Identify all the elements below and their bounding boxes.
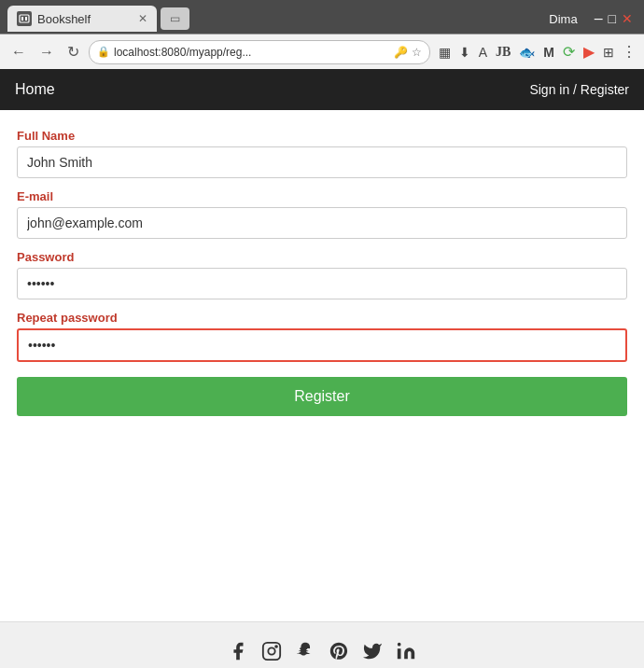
instagram-icon[interactable]: [261, 641, 282, 667]
footer: [0, 621, 644, 668]
svg-point-4: [268, 647, 274, 654]
app-wrapper: Home Sign in / Register Full Name E-mail…: [0, 69, 644, 621]
repeat-password-input[interactable]: [17, 328, 627, 362]
maximize-button[interactable]: □: [609, 11, 616, 26]
svg-point-6: [398, 643, 401, 647]
star-icon[interactable]: ☆: [412, 46, 422, 59]
toolbar-icon-7[interactable]: ⟳: [560, 41, 578, 63]
register-button[interactable]: Register: [17, 377, 627, 416]
new-tab-button[interactable]: ▭: [161, 7, 189, 30]
fullname-input[interactable]: [17, 146, 627, 178]
nav-bar: ← → ↻ 🔒 localhost:8080/myapp/reg... 🔑 ☆ …: [0, 34, 644, 69]
toolbar-icon-3[interactable]: A: [476, 43, 490, 62]
home-nav-link[interactable]: Home: [15, 81, 55, 98]
toolbar-icon-6[interactable]: M: [540, 43, 557, 62]
forward-button[interactable]: →: [35, 42, 58, 63]
pinterest-icon[interactable]: [329, 641, 349, 667]
svg-rect-0: [20, 15, 29, 22]
address-icons: 🔑 ☆: [394, 46, 422, 59]
toolbar-icon-2[interactable]: ⬇: [456, 43, 473, 62]
svg-rect-1: [21, 17, 23, 21]
key-icon: 🔑: [394, 46, 408, 59]
address-bar[interactable]: 🔒 localhost:8080/myapp/reg... 🔑 ☆: [89, 40, 430, 64]
toolbar-icon-5[interactable]: 🐟: [516, 43, 538, 62]
content-area: [0, 435, 644, 621]
toolbar-icon-9[interactable]: ⊞: [600, 43, 617, 62]
svg-point-5: [275, 646, 277, 647]
close-button[interactable]: ✕: [622, 11, 633, 26]
toolbar-icon-8[interactable]: ▶: [581, 41, 597, 63]
svg-rect-2: [25, 17, 27, 21]
app-navbar: Home Sign in / Register: [0, 69, 644, 110]
toolbar-icon-1[interactable]: ▦: [436, 43, 454, 62]
snapchat-icon[interactable]: [295, 641, 315, 667]
toolbar-icon-4[interactable]: JB: [493, 43, 513, 62]
refresh-button[interactable]: ↻: [63, 41, 83, 63]
email-input[interactable]: [17, 207, 627, 239]
twitter-icon[interactable]: [362, 641, 383, 667]
tab-title: Bookshelf: [37, 12, 91, 26]
minimize-button[interactable]: –: [595, 10, 603, 27]
active-tab[interactable]: Bookshelf ✕: [7, 6, 157, 32]
signin-register-link[interactable]: Sign in / Register: [529, 82, 629, 97]
lock-icon: 🔒: [97, 46, 110, 58]
browser-chrome: Bookshelf ✕ ▭ Dima – □ ✕ ← → ↻ 🔒 localho…: [0, 0, 644, 69]
facebook-icon[interactable]: [228, 641, 248, 667]
password-input[interactable]: [17, 268, 627, 299]
fullname-label: Full Name: [17, 129, 627, 143]
user-label: Dima: [538, 6, 588, 32]
tab-favicon: [17, 11, 32, 26]
address-text: localhost:8080/myapp/reg...: [114, 46, 390, 59]
back-button[interactable]: ←: [7, 42, 30, 63]
menu-button[interactable]: ⋮: [622, 43, 637, 61]
linkedin-icon[interactable]: [396, 641, 416, 667]
toolbar-icons: ▦ ⬇ A JB 🐟 M ⟳ ▶ ⊞ ⋮: [436, 41, 637, 63]
registration-form: Full Name E-mail Password Repeat passwor…: [0, 110, 644, 435]
password-label: Password: [17, 250, 627, 264]
repeat-password-label: Repeat password: [17, 311, 627, 325]
svg-rect-3: [263, 643, 280, 660]
email-label: E-mail: [17, 189, 627, 203]
tab-bar: Bookshelf ✕ ▭ Dima – □ ✕: [0, 0, 644, 34]
tab-close-button[interactable]: ✕: [138, 13, 147, 24]
